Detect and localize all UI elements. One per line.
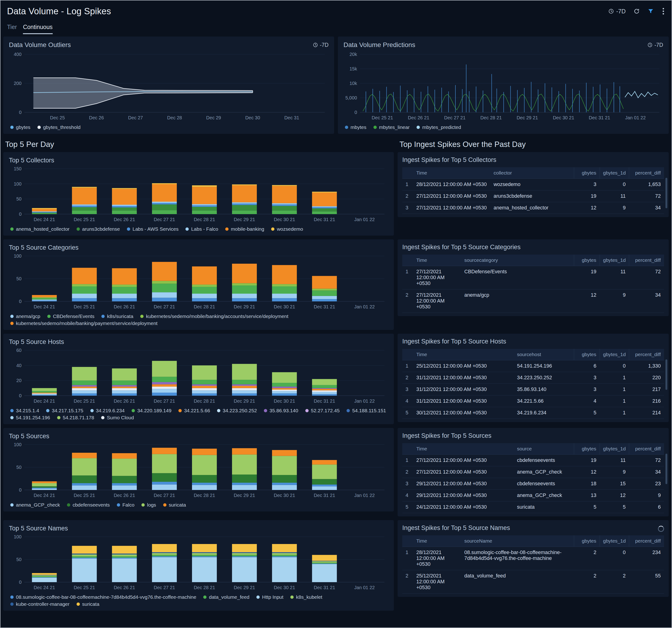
column-header[interactable]: gbytes: [574, 535, 600, 547]
legend-item[interactable]: 34.220.189.149: [131, 408, 171, 413]
legend-item[interactable]: logs: [141, 502, 156, 508]
column-header[interactable]: sourcehost: [514, 349, 574, 360]
column-header[interactable]: gbytes: [574, 443, 600, 455]
legend-item[interactable]: suricata: [77, 601, 99, 607]
legend-item[interactable]: 52.27.172.45: [305, 408, 340, 413]
column-header[interactable]: Time: [413, 443, 514, 455]
table-row[interactable]: 127/12/2021 12:00:00 AM +0530cbdefenseev…: [402, 455, 664, 466]
legend-label: wozsedemo: [277, 226, 303, 232]
legend-item[interactable]: mbytes_predicted: [416, 124, 461, 130]
column-header[interactable]: sourcecategory: [461, 255, 574, 266]
legend-item[interactable]: kubernetes/sedemo/mobile/banking/payment…: [10, 321, 158, 326]
panel-time-range[interactable]: -7D: [647, 42, 663, 48]
legend-item[interactable]: Falco: [117, 502, 135, 508]
legend-item[interactable]: 34.219.6.234: [90, 408, 125, 413]
legend-item[interactable]: gbytes: [10, 124, 30, 130]
tab-continuous[interactable]: Continuous: [23, 24, 52, 34]
table-row[interactable]: 227/12/2021 12:00:00 AM +0530anema/gcp12…: [402, 290, 664, 313]
table-row[interactable]: 524/12/2021 12:00:00 AM +0530suricata556: [402, 501, 664, 513]
column-header[interactable]: gbytes_1d: [600, 167, 629, 179]
scrollbar[interactable]: [666, 359, 667, 390]
legend-item[interactable]: 54.218.71.178: [57, 415, 94, 421]
panel-time-range[interactable]: -7D: [313, 42, 329, 48]
legend-item[interactable]: anema_GCP_check: [10, 502, 60, 508]
column-header[interactable]: Time: [413, 167, 490, 179]
table-row[interactable]: 227/12/2021 12:00:00 AM +0530anema_GCP_c…: [402, 466, 664, 478]
svg-text:15k: 15k: [350, 66, 357, 71]
legend-item[interactable]: kubernetes/sedemo/mobile/banking/account…: [140, 313, 288, 319]
legend-item[interactable]: anema_hosted_collector: [10, 226, 70, 232]
table-row[interactable]: 225/12/2021 12:00:00 AM +0530data_volume…: [402, 570, 664, 594]
legend-item[interactable]: 54.191.254.196: [10, 415, 50, 421]
legend-item[interactable]: 54.188.115.151: [346, 408, 386, 413]
legend-item[interactable]: k8s/suricata: [101, 313, 133, 319]
table-row[interactable]: 128/12/2021 12:00:00 AM +053008.sumologi…: [402, 547, 664, 570]
legend-item[interactable]: anema/gcp: [10, 313, 40, 319]
refresh-button[interactable]: [633, 8, 640, 14]
legend-item[interactable]: cbdefenseevents: [67, 502, 110, 508]
scrollbar[interactable]: [666, 454, 667, 484]
table-row[interactable]: 125/12/2021 12:00:00 AM +053054.191.254.…: [402, 360, 664, 372]
column-header[interactable]: gbytes: [574, 167, 600, 179]
column-header[interactable]: Time: [413, 535, 461, 547]
svg-text:Dec 30 21: Dec 30 21: [274, 585, 295, 590]
legend-item[interactable]: aruns3cbdefense: [77, 226, 120, 232]
legend-item[interactable]: 34.217.15.175: [46, 408, 83, 413]
legend-item[interactable]: mbytes: [345, 124, 366, 130]
legend-item[interactable]: mobile-banking: [225, 226, 264, 232]
column-header[interactable]: gbytes_1d: [600, 255, 629, 266]
column-header[interactable]: gbytes: [574, 255, 600, 266]
legend-item[interactable]: suricata: [163, 502, 186, 508]
legend-item[interactable]: kube-controller-manager: [10, 601, 70, 607]
column-header[interactable]: percent_diff: [629, 535, 664, 547]
table-row[interactable]: 530/12/2021 12:00:00 AM +053034.219.6.23…: [402, 407, 664, 419]
column-header[interactable]: percent_diff: [629, 167, 664, 179]
cell-pd: 34: [629, 202, 664, 214]
legend-item[interactable]: gbytes_threshold: [38, 124, 80, 130]
kebab-menu-button[interactable]: [662, 7, 665, 16]
column-header[interactable]: Time: [413, 255, 461, 266]
column-header[interactable]: percent_diff: [629, 443, 664, 455]
legend-item[interactable]: Labs - Falco: [186, 226, 218, 232]
legend-item[interactable]: 34.221.5.66: [178, 408, 210, 413]
legend-item[interactable]: 35.86.93.140: [264, 408, 298, 413]
filter-button[interactable]: [648, 8, 654, 14]
tab-bar: Tier Continuous: [0, 20, 672, 34]
legend-item[interactable]: k8s_kubelet: [290, 594, 322, 600]
column-header[interactable]: gbytes_1d: [600, 349, 629, 360]
column-header[interactable]: sourceName: [461, 535, 574, 547]
table-row[interactable]: 431/12/2021 12:00:00 AM +053034.221.5.66…: [402, 396, 664, 407]
table-row[interactable]: 429/12/2021 12:00:00 AM +0530anema_GCP_c…: [402, 490, 664, 501]
table-row[interactable]: 327/12/2021 12:00:00 AM +0530anema_hoste…: [402, 202, 664, 214]
time-range-button[interactable]: -7D: [608, 8, 626, 15]
legend-item[interactable]: mbytes_linear: [374, 124, 410, 130]
table-row[interactable]: 329/12/2021 12:00:00 AM +0530cbdefenseev…: [402, 478, 664, 490]
column-header[interactable]: gbytes: [574, 349, 600, 360]
legend-item[interactable]: CBDefense/Events: [47, 313, 94, 319]
table-row[interactable]: 127/12/2021 12:00:00 AM +0530CBDefense/E…: [402, 266, 664, 290]
column-header[interactable]: source: [514, 443, 574, 455]
page-title: Data Volume - Log Spikes: [7, 6, 111, 16]
legend-item[interactable]: 08.sumologic-coffee-bar-08-coffeemachine…: [10, 594, 196, 600]
legend-item[interactable]: Sumo Cloud: [101, 415, 134, 421]
column-header[interactable]: Time: [413, 349, 514, 360]
legend-item[interactable]: Http Input: [256, 594, 283, 600]
cell-entity: aruns3cbdefense: [490, 191, 574, 202]
table-row[interactable]: 227/12/2021 12:00:00 AM +0530aruns3cbdef…: [402, 191, 664, 202]
table-row[interactable]: 128/12/2021 12:00:00 AM +0530wozsedemo30…: [402, 179, 664, 191]
column-header[interactable]: percent_diff: [629, 255, 664, 266]
column-header[interactable]: percent_diff: [629, 349, 664, 360]
legend-item[interactable]: 34.215.1.4: [10, 408, 39, 413]
legend-item[interactable]: data_volume_feed: [203, 594, 249, 600]
scrollbar[interactable]: [666, 178, 667, 208]
column-header[interactable]: gbytes_1d: [600, 535, 629, 547]
table-row[interactable]: 231/12/2021 12:00:00 AM +053034.223.250.…: [402, 372, 664, 384]
collectors-legend: anema_hosted_collectoraruns3cbdefenseLab…: [9, 226, 388, 232]
legend-item[interactable]: 34.223.250.252: [217, 408, 257, 413]
panel-top5-source-categories: Top 5 Source Categories 050100Dec 24 21D…: [3, 240, 394, 330]
column-header[interactable]: collector: [490, 167, 574, 179]
legend-item[interactable]: Labs - AWS Services: [127, 226, 178, 232]
legend-item[interactable]: wozsedemo: [271, 226, 303, 232]
column-header[interactable]: gbytes_1d: [600, 443, 629, 455]
table-row[interactable]: 331/12/2021 12:00:00 AM +053035.86.93.14…: [402, 384, 664, 396]
